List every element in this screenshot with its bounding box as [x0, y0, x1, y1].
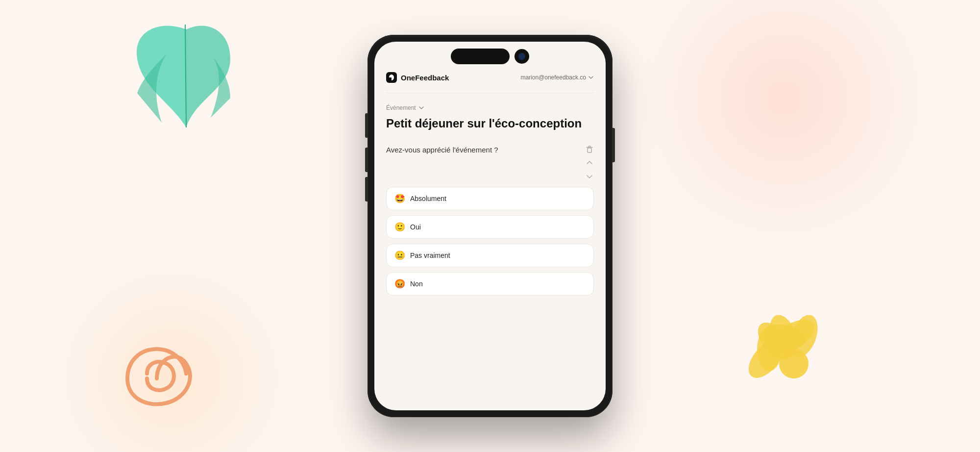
delete-icon[interactable]: [585, 145, 594, 155]
app-header: OneFeedback marion@onefeedback.co: [386, 64, 594, 93]
svg-point-4: [751, 316, 798, 366]
answer-emoji-3: 😡: [394, 279, 405, 288]
event-title: Petit déjeuner sur l'éco-conception: [386, 116, 594, 131]
category-chevron-icon: [418, 105, 424, 111]
category-label: Évènement: [386, 104, 416, 111]
flower-yellow-decoration: [730, 295, 858, 432]
phone-mockup: OneFeedback marion@onefeedback.co Évènem…: [368, 35, 612, 417]
svg-rect-9: [588, 148, 591, 152]
answer-label-3: Non: [410, 280, 423, 288]
question-text: Avez-vous apprécié l'événement ?: [386, 145, 579, 155]
app-name: OneFeedback: [401, 74, 449, 82]
answer-option-pas-vraiment[interactable]: 😐 Pas vraiment: [386, 244, 594, 267]
phone-body: OneFeedback marion@onefeedback.co Évènem…: [368, 35, 612, 417]
dynamic-island-camera: [514, 49, 529, 64]
answer-label-1: Oui: [410, 223, 421, 231]
answer-label-0: Absolument: [410, 195, 446, 202]
expand-icon[interactable]: [585, 172, 594, 183]
answer-emoji-1: 🙂: [394, 223, 405, 231]
user-email-text: marion@onefeedback.co: [520, 74, 586, 81]
answer-label-2: Pas vraiment: [410, 251, 450, 259]
question-actions: [585, 145, 594, 183]
answer-emoji-2: 😐: [394, 251, 405, 260]
svg-point-3: [760, 321, 807, 353]
question-block: Avez-vous apprécié l'événement ?: [386, 145, 594, 296]
dynamic-island-pill: [451, 49, 510, 64]
answer-options-list: 🤩 Absolument 🙂 Oui 😐 Pas vraiment �: [386, 187, 594, 296]
bg-blob-peach: [49, 256, 294, 452]
answer-emoji-0: 🤩: [394, 194, 405, 203]
screen-content: OneFeedback marion@onefeedback.co Évènem…: [374, 64, 606, 399]
app-logo: OneFeedback: [386, 72, 449, 83]
category-badge[interactable]: Évènement: [386, 104, 424, 111]
collapse-icon[interactable]: [585, 158, 594, 169]
bg-blob-pink: [637, 0, 931, 245]
svg-point-1: [785, 311, 823, 361]
user-email-display[interactable]: marion@onefeedback.co: [520, 74, 594, 81]
svg-point-6: [742, 334, 789, 384]
svg-point-0: [765, 311, 803, 361]
swirl-orange-decoration: [108, 334, 206, 423]
answer-option-non[interactable]: 😡 Non: [386, 272, 594, 296]
answer-option-absolument[interactable]: 🤩 Absolument: [386, 187, 594, 210]
leaf-teal-decoration: [132, 15, 240, 132]
answer-option-oui[interactable]: 🙂 Oui: [386, 215, 594, 239]
svg-point-2: [769, 314, 820, 357]
svg-point-5: [757, 327, 782, 371]
email-chevron-icon: [588, 75, 594, 80]
logo-icon: [386, 72, 397, 83]
dynamic-island-area: [374, 42, 606, 64]
phone-screen: OneFeedback marion@onefeedback.co Évènem…: [374, 42, 606, 410]
question-header: Avez-vous apprécié l'événement ?: [386, 145, 594, 183]
svg-point-7: [779, 349, 808, 378]
